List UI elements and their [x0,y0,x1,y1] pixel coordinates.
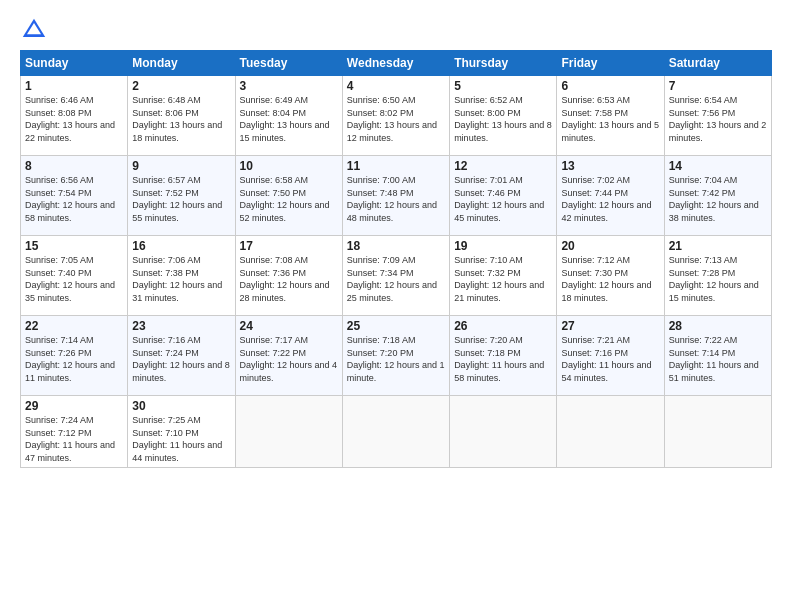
table-row: 10 Sunrise: 6:58 AMSunset: 7:50 PMDaylig… [235,156,342,236]
day-number: 17 [240,239,338,253]
day-number: 19 [454,239,552,253]
day-number: 9 [132,159,230,173]
day-number: 25 [347,319,445,333]
day-info: Sunrise: 7:18 AMSunset: 7:20 PMDaylight:… [347,334,445,384]
table-row [557,396,664,468]
table-row: 6 Sunrise: 6:53 AMSunset: 7:58 PMDayligh… [557,76,664,156]
day-info: Sunrise: 7:00 AMSunset: 7:48 PMDaylight:… [347,174,445,224]
day-number: 11 [347,159,445,173]
day-number: 8 [25,159,123,173]
day-info: Sunrise: 6:53 AMSunset: 7:58 PMDaylight:… [561,94,659,144]
col-wednesday: Wednesday [342,51,449,76]
table-row: 21 Sunrise: 7:13 AMSunset: 7:28 PMDaylig… [664,236,771,316]
table-row: 1 Sunrise: 6:46 AMSunset: 8:08 PMDayligh… [21,76,128,156]
day-info: Sunrise: 7:22 AMSunset: 7:14 PMDaylight:… [669,334,767,384]
day-number: 26 [454,319,552,333]
day-number: 12 [454,159,552,173]
day-info: Sunrise: 6:50 AMSunset: 8:02 PMDaylight:… [347,94,445,144]
table-row: 22 Sunrise: 7:14 AMSunset: 7:26 PMDaylig… [21,316,128,396]
day-number: 10 [240,159,338,173]
col-friday: Friday [557,51,664,76]
day-number: 14 [669,159,767,173]
day-number: 6 [561,79,659,93]
day-info: Sunrise: 6:56 AMSunset: 7:54 PMDaylight:… [25,174,123,224]
col-saturday: Saturday [664,51,771,76]
table-row [664,396,771,468]
day-info: Sunrise: 6:54 AMSunset: 7:56 PMDaylight:… [669,94,767,144]
table-row: 3 Sunrise: 6:49 AMSunset: 8:04 PMDayligh… [235,76,342,156]
day-info: Sunrise: 6:58 AMSunset: 7:50 PMDaylight:… [240,174,338,224]
table-row: 2 Sunrise: 6:48 AMSunset: 8:06 PMDayligh… [128,76,235,156]
day-info: Sunrise: 7:02 AMSunset: 7:44 PMDaylight:… [561,174,659,224]
day-info: Sunrise: 7:06 AMSunset: 7:38 PMDaylight:… [132,254,230,304]
day-info: Sunrise: 7:08 AMSunset: 7:36 PMDaylight:… [240,254,338,304]
day-number: 27 [561,319,659,333]
table-row: 19 Sunrise: 7:10 AMSunset: 7:32 PMDaylig… [450,236,557,316]
table-row: 23 Sunrise: 7:16 AMSunset: 7:24 PMDaylig… [128,316,235,396]
table-row: 25 Sunrise: 7:18 AMSunset: 7:20 PMDaylig… [342,316,449,396]
page: Sunday Monday Tuesday Wednesday Thursday… [0,0,792,612]
table-row: 8 Sunrise: 6:56 AMSunset: 7:54 PMDayligh… [21,156,128,236]
table-row: 15 Sunrise: 7:05 AMSunset: 7:40 PMDaylig… [21,236,128,316]
day-number: 15 [25,239,123,253]
table-row: 7 Sunrise: 6:54 AMSunset: 7:56 PMDayligh… [664,76,771,156]
day-info: Sunrise: 7:09 AMSunset: 7:34 PMDaylight:… [347,254,445,304]
col-monday: Monday [128,51,235,76]
table-row: 28 Sunrise: 7:22 AMSunset: 7:14 PMDaylig… [664,316,771,396]
calendar: Sunday Monday Tuesday Wednesday Thursday… [20,50,772,468]
day-number: 28 [669,319,767,333]
day-info: Sunrise: 7:04 AMSunset: 7:42 PMDaylight:… [669,174,767,224]
day-number: 22 [25,319,123,333]
day-info: Sunrise: 7:12 AMSunset: 7:30 PMDaylight:… [561,254,659,304]
day-number: 4 [347,79,445,93]
table-row [342,396,449,468]
day-info: Sunrise: 7:16 AMSunset: 7:24 PMDaylight:… [132,334,230,384]
table-row: 29 Sunrise: 7:24 AMSunset: 7:12 PMDaylig… [21,396,128,468]
col-thursday: Thursday [450,51,557,76]
day-number: 2 [132,79,230,93]
day-info: Sunrise: 7:01 AMSunset: 7:46 PMDaylight:… [454,174,552,224]
day-number: 13 [561,159,659,173]
table-row: 26 Sunrise: 7:20 AMSunset: 7:18 PMDaylig… [450,316,557,396]
col-tuesday: Tuesday [235,51,342,76]
logo [20,16,52,44]
day-info: Sunrise: 7:05 AMSunset: 7:40 PMDaylight:… [25,254,123,304]
calendar-header-row: Sunday Monday Tuesday Wednesday Thursday… [21,51,772,76]
table-row: 24 Sunrise: 7:17 AMSunset: 7:22 PMDaylig… [235,316,342,396]
table-row: 4 Sunrise: 6:50 AMSunset: 8:02 PMDayligh… [342,76,449,156]
table-row: 17 Sunrise: 7:08 AMSunset: 7:36 PMDaylig… [235,236,342,316]
table-row: 12 Sunrise: 7:01 AMSunset: 7:46 PMDaylig… [450,156,557,236]
day-number: 3 [240,79,338,93]
day-info: Sunrise: 6:49 AMSunset: 8:04 PMDaylight:… [240,94,338,144]
day-info: Sunrise: 7:21 AMSunset: 7:16 PMDaylight:… [561,334,659,384]
table-row: 14 Sunrise: 7:04 AMSunset: 7:42 PMDaylig… [664,156,771,236]
day-number: 5 [454,79,552,93]
day-number: 16 [132,239,230,253]
day-info: Sunrise: 7:14 AMSunset: 7:26 PMDaylight:… [25,334,123,384]
table-row: 5 Sunrise: 6:52 AMSunset: 8:00 PMDayligh… [450,76,557,156]
table-row: 11 Sunrise: 7:00 AMSunset: 7:48 PMDaylig… [342,156,449,236]
col-sunday: Sunday [21,51,128,76]
day-number: 24 [240,319,338,333]
day-info: Sunrise: 7:25 AMSunset: 7:10 PMDaylight:… [132,414,230,464]
day-number: 21 [669,239,767,253]
day-info: Sunrise: 7:10 AMSunset: 7:32 PMDaylight:… [454,254,552,304]
table-row: 13 Sunrise: 7:02 AMSunset: 7:44 PMDaylig… [557,156,664,236]
day-number: 1 [25,79,123,93]
table-row [235,396,342,468]
day-info: Sunrise: 6:46 AMSunset: 8:08 PMDaylight:… [25,94,123,144]
table-row: 27 Sunrise: 7:21 AMSunset: 7:16 PMDaylig… [557,316,664,396]
day-number: 18 [347,239,445,253]
table-row: 20 Sunrise: 7:12 AMSunset: 7:30 PMDaylig… [557,236,664,316]
table-row: 30 Sunrise: 7:25 AMSunset: 7:10 PMDaylig… [128,396,235,468]
day-info: Sunrise: 6:57 AMSunset: 7:52 PMDaylight:… [132,174,230,224]
day-number: 23 [132,319,230,333]
day-number: 20 [561,239,659,253]
table-row: 9 Sunrise: 6:57 AMSunset: 7:52 PMDayligh… [128,156,235,236]
day-info: Sunrise: 6:48 AMSunset: 8:06 PMDaylight:… [132,94,230,144]
day-info: Sunrise: 6:52 AMSunset: 8:00 PMDaylight:… [454,94,552,144]
day-info: Sunrise: 7:13 AMSunset: 7:28 PMDaylight:… [669,254,767,304]
day-info: Sunrise: 7:20 AMSunset: 7:18 PMDaylight:… [454,334,552,384]
logo-icon [20,16,48,44]
table-row [450,396,557,468]
